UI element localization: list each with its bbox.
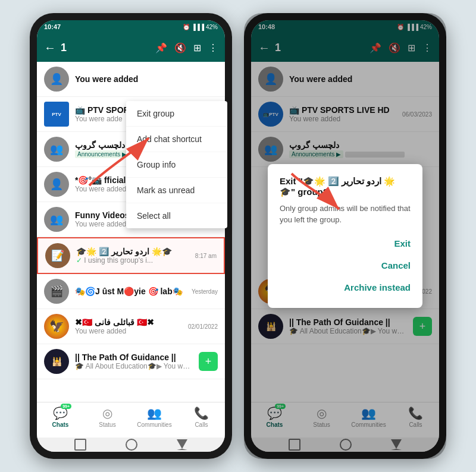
chat-msg: You were added bbox=[75, 327, 182, 335]
pin-icon-1[interactable]: 📌 bbox=[155, 42, 167, 54]
phone-2: 10:48 ⏰ ▐▐▐ 42% ← 1 📌 🔇 ⊞ ⋮ 👤 You bbox=[244, 13, 446, 459]
nav-chats-1[interactable]: 💬 99+ Chats bbox=[37, 406, 84, 434]
mute-icon-1[interactable]: 🔇 bbox=[174, 42, 186, 54]
chat-content: You were added bbox=[75, 74, 218, 84]
dialog-archive-button[interactable]: Archive instead bbox=[280, 279, 411, 296]
chat-name: || The Path Of Guidance || bbox=[75, 353, 193, 362]
add-btn[interactable]: + bbox=[199, 352, 218, 371]
avatar: 👥 bbox=[44, 207, 69, 232]
chats-label-1: Chats bbox=[52, 421, 69, 428]
chat-meta: Yesterday bbox=[192, 288, 218, 295]
chat-meta: 8:17 am bbox=[195, 253, 217, 259]
list-item[interactable]: 👤 You were added bbox=[37, 62, 225, 97]
header-icons-1: 📌 🔇 ⊞ ⋮ bbox=[155, 42, 218, 54]
list-item[interactable]: 🦅 ✖🇹🇷 قبائلی فانی 🇹🇷✖ You were added 02/… bbox=[37, 309, 225, 344]
phone-1-screen: 10:47 ⏰ ▐▐▐ 42% ← 1 📌 🔇 ⊞ ⋮ 👤 You bbox=[37, 20, 225, 452]
chat-name: 🎭🌀J ûst M🔴yie 🎯 lab🎭 bbox=[75, 287, 186, 296]
chat-msg: 🎓 All About Education🎓▶ You were bbox=[75, 362, 193, 370]
chat-name: ✖🇹🇷 قبائلی فانی 🇹🇷✖ bbox=[75, 317, 182, 327]
status-time-1: 10:47 bbox=[44, 23, 61, 30]
list-item[interactable]: 🕌 || The Path Of Guidance || 🎓 All About… bbox=[37, 344, 225, 379]
phone-1: 10:47 ⏰ ▐▐▐ 42% ← 1 📌 🔇 ⊞ ⋮ 👤 You bbox=[30, 13, 232, 459]
more-icon-1[interactable]: ⋮ bbox=[208, 42, 218, 54]
avatar: PTV bbox=[44, 102, 69, 127]
nav-communities-1[interactable]: 👥 Communities bbox=[131, 406, 178, 434]
chat-meta: + bbox=[199, 352, 218, 371]
back-btn-1[interactable] bbox=[177, 439, 187, 450]
chats-badge-1: 99+ bbox=[61, 404, 71, 409]
header-title-1: 1 bbox=[61, 42, 151, 54]
dialog-exit-button[interactable]: Exit bbox=[280, 235, 411, 252]
square-btn-1[interactable] bbox=[74, 439, 86, 451]
context-exit-group[interactable]: Exit group bbox=[126, 101, 225, 127]
chat-time: 02/01/2022 bbox=[188, 323, 218, 330]
context-group-info[interactable]: Group info bbox=[126, 152, 225, 178]
chats-icon-1: 💬 99+ bbox=[53, 406, 68, 420]
chat-name: You were added bbox=[75, 74, 218, 84]
chat-name: 🎓🌟 2️⃣ اردو تحاریر 🌟🎓 bbox=[76, 247, 189, 256]
chat-content: 🎓🌟 2️⃣ اردو تحاریر 🌟🎓 ✓ I using this gro… bbox=[76, 247, 189, 265]
dialog-actions: Exit Cancel Archive instead bbox=[280, 235, 411, 296]
status-icons-1: ⏰ ▐▐▐ 42% bbox=[183, 24, 218, 30]
avatar: 🎬 bbox=[44, 279, 69, 304]
nav-calls-1[interactable]: 📞 Calls bbox=[178, 406, 225, 434]
calls-icon-1: 📞 bbox=[194, 406, 209, 420]
dialog-overlay: Exit "🎓🌟 2️⃣ اردو تحاریر 🌟🎓" group? Only… bbox=[251, 20, 439, 452]
home-btn-1[interactable] bbox=[126, 439, 137, 451]
avatar: 🦅 bbox=[44, 314, 69, 339]
calls-label-1: Calls bbox=[195, 421, 208, 428]
list-item[interactable]: 🎬 🎭🌀J ûst M🔴yie 🎯 lab🎭 Yesterday bbox=[37, 274, 225, 309]
context-add-shortcut[interactable]: Add chat shortcut bbox=[126, 127, 225, 152]
exit-dialog: Exit "🎓🌟 2️⃣ اردو تحاریر 🌟🎓" group? Only… bbox=[268, 164, 422, 307]
status-icon-1: ◎ bbox=[102, 406, 112, 420]
add-icon-1[interactable]: ⊞ bbox=[193, 42, 201, 54]
dialog-cancel-button[interactable]: Cancel bbox=[280, 257, 411, 274]
context-menu: Exit group Add chat shortcut Group info … bbox=[126, 101, 225, 228]
status-bar-1: 10:47 ⏰ ▐▐▐ 42% bbox=[37, 20, 225, 33]
back-button-1[interactable]: ← bbox=[44, 41, 56, 55]
announcement-badge: Announcements ▶ bbox=[75, 150, 129, 158]
chat-time: 8:17 am bbox=[195, 253, 217, 259]
ptv-logo: PTV bbox=[51, 111, 62, 118]
check-icon: ✓ bbox=[76, 256, 82, 265]
status-label-1: Status bbox=[99, 421, 115, 428]
nav-status-1[interactable]: ◎ Status bbox=[84, 406, 131, 434]
avatar: 📝 bbox=[45, 243, 70, 268]
whatsapp-header-1: ← 1 📌 🔇 ⊞ ⋮ bbox=[37, 33, 225, 62]
alarm-icon: ⏰ bbox=[183, 24, 190, 30]
chat-content: || The Path Of Guidance || 🎓 All About E… bbox=[75, 353, 193, 370]
communities-icon-1: 👥 bbox=[147, 406, 162, 420]
red-arrow-2 bbox=[286, 168, 345, 215]
context-select-all[interactable]: Select all bbox=[126, 203, 225, 228]
chat-time: Yesterday bbox=[192, 288, 218, 295]
phone-2-screen: 10:48 ⏰ ▐▐▐ 42% ← 1 📌 🔇 ⊞ ⋮ 👤 You bbox=[251, 20, 439, 452]
avatar: 👥 bbox=[44, 137, 69, 162]
list-item[interactable]: 📝 🎓🌟 2️⃣ اردو تحاریر 🌟🎓 ✓ I using this g… bbox=[37, 237, 225, 274]
battery-icon: 42% bbox=[206, 24, 218, 30]
chat-content: 🎭🌀J ûst M🔴yie 🎯 lab🎭 bbox=[75, 287, 186, 296]
avatar: 👤 bbox=[44, 67, 69, 92]
chat-content: ✖🇹🇷 قبائلی فانی 🇹🇷✖ You were added bbox=[75, 317, 182, 335]
bottom-nav-1: 💬 99+ Chats ◎ Status 👥 Communities 📞 Cal… bbox=[37, 402, 225, 438]
avatar: 👤 bbox=[44, 172, 69, 197]
signal-icon: ▐▐▐ bbox=[192, 24, 204, 30]
communities-label-1: Communities bbox=[137, 421, 171, 428]
home-bar-1 bbox=[37, 438, 225, 452]
context-mark-unread[interactable]: Mark as unread bbox=[126, 178, 225, 203]
avatar: 🕌 bbox=[44, 349, 69, 374]
chat-meta: 02/01/2022 bbox=[188, 323, 218, 330]
chat-msg: ✓ I using this group's i... bbox=[76, 256, 189, 265]
